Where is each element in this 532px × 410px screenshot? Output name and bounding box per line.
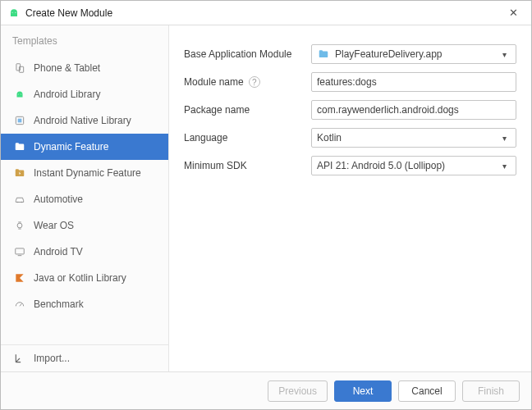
sidebar-item-label: Dynamic Feature [34,141,108,153]
previous-button: Previous [268,380,328,402]
folder-icon [12,140,27,153]
svg-point-8 [17,202,19,203]
base-module-value: PlayFeatureDelivery.app [335,48,502,60]
svg-point-10 [17,223,22,228]
label-min-sdk: Minimum SDK [184,160,311,171]
sidebar-item-benchmark[interactable]: Benchmark [1,291,168,317]
chevron-down-icon: ▾ [502,134,511,143]
sidebar-item-dynamic-feature[interactable]: Dynamic Feature [1,134,168,160]
form-panel: Base Application Module PlayFeatureDeliv… [169,25,531,371]
min-sdk-value: API 21: Android 5.0 (Lollipop) [317,160,502,171]
module-folder-icon [317,48,330,61]
kotlin-icon [12,271,27,285]
chevron-down-icon: ▾ [502,162,511,171]
package-name-input[interactable] [311,100,516,120]
svg-rect-11 [16,248,25,254]
sidebar-item-label: Automotive [34,194,83,205]
close-icon[interactable]: ✕ [502,7,525,19]
android-icon [12,88,27,101]
sidebar-item-java-or-kotlin-library[interactable]: Java or Kotlin Library [1,265,168,291]
dialog-title: Create New Module [25,7,502,19]
sidebar-item-label: Android Library [34,89,100,100]
sidebar-item-wear-os[interactable]: Wear OS [1,212,168,239]
tv-icon [12,245,27,258]
car-icon [12,193,27,206]
next-button[interactable]: Next [334,380,392,402]
folder-bolt-icon [12,166,27,180]
svg-point-9 [21,202,23,203]
gauge-icon [12,298,27,311]
svg-point-0 [11,11,12,12]
sidebar-import-label: Import... [34,353,70,364]
watch-icon [12,219,27,232]
import-icon [12,352,27,365]
module-name-input[interactable] [311,72,516,92]
dialog-footer: Previous Next Cancel Finish [1,371,531,409]
phone-tablet-icon [12,61,27,75]
android-logo-icon [7,7,21,20]
native-icon [12,114,27,127]
sidebar-item-label: Java or Kotlin Library [34,272,126,284]
label-package-name: Package name [184,104,311,116]
sidebar-item-label: Instant Dynamic Feature [34,167,141,179]
sidebar-import[interactable]: Import... [1,345,168,371]
create-module-dialog: Create New Module ✕ Templates Phone & Ta… [0,0,532,410]
svg-point-4 [18,94,19,95]
sidebar-item-label: Android TV [34,246,83,257]
label-module-name: Module name ? [184,76,311,88]
label-language: Language [184,132,311,144]
sidebar-item-automotive[interactable]: Automotive [1,186,168,212]
label-base-module: Base Application Module [184,48,311,60]
help-icon[interactable]: ? [249,76,260,88]
sidebar: Templates Phone & TabletAndroid LibraryA… [1,25,169,371]
min-sdk-dropdown[interactable]: API 21: Android 5.0 (Lollipop) ▾ [311,156,516,175]
sidebar-item-label: Phone & Tablet [34,62,100,74]
svg-point-5 [21,94,21,95]
titlebar: Create New Module ✕ [1,1,531,25]
sidebar-item-label: Android Native Library [34,115,131,126]
svg-point-1 [15,11,16,12]
language-dropdown[interactable]: Kotlin ▾ [311,128,516,148]
sidebar-item-phone-tablet[interactable]: Phone & Tablet [1,55,168,81]
sidebar-item-android-native-library[interactable]: Android Native Library [1,107,168,134]
svg-rect-7 [18,119,22,123]
sidebar-item-android-library[interactable]: Android Library [1,81,168,107]
sidebar-list: Phone & TabletAndroid LibraryAndroid Nat… [1,55,168,344]
chevron-down-icon: ▾ [502,50,511,59]
sidebar-item-android-tv[interactable]: Android TV [1,239,168,265]
finish-button: Finish [462,380,520,402]
sidebar-item-label: Wear OS [34,220,74,231]
base-module-dropdown[interactable]: PlayFeatureDelivery.app ▾ [311,44,516,64]
sidebar-item-instant-dynamic-feature[interactable]: Instant Dynamic Feature [1,160,168,186]
cancel-button[interactable]: Cancel [398,380,456,402]
sidebar-item-label: Benchmark [34,298,84,310]
sidebar-header: Templates [1,25,168,55]
language-value: Kotlin [317,132,502,144]
svg-rect-2 [16,64,21,71]
